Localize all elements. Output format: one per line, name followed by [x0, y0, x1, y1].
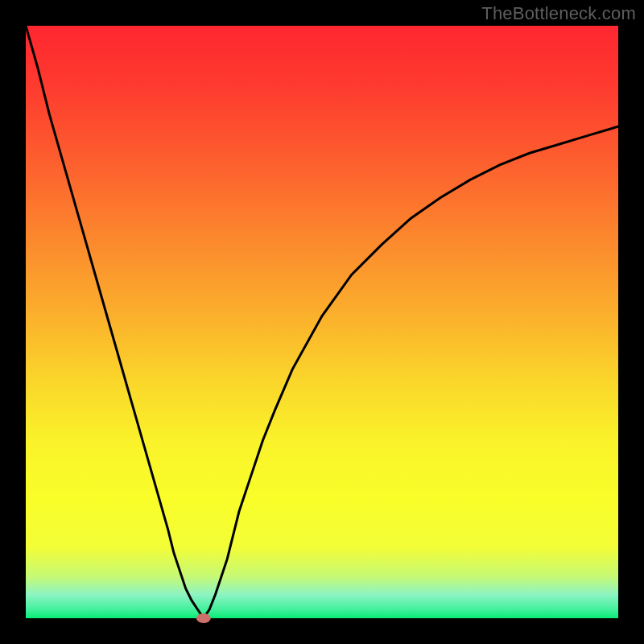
- attribution-text: TheBottleneck.com: [481, 3, 636, 24]
- bottleneck-chart: [0, 0, 644, 644]
- plot-background: [26, 26, 618, 618]
- chart-container: TheBottleneck.com: [0, 0, 644, 644]
- minimum-marker: [196, 613, 211, 623]
